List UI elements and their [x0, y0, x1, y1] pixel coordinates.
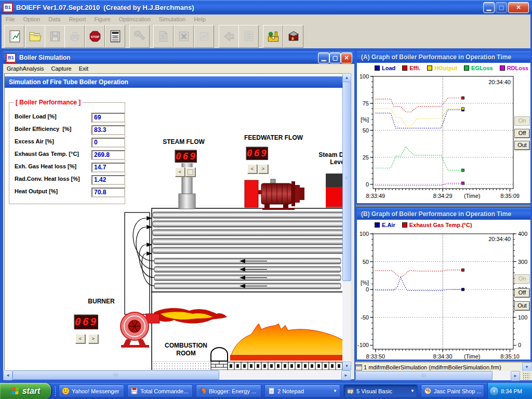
toolbar-button-print[interactable] [64, 25, 85, 48]
wrench-icon [133, 30, 147, 43]
svg-text:100: 100 [518, 314, 527, 321]
drum-level-empty [326, 174, 343, 187]
toolbar-button-wrench[interactable] [129, 25, 150, 48]
perf-label-5: Rad.Conv. Heat loss [%] [15, 176, 80, 182]
menu-item-report[interactable]: Report [64, 16, 90, 22]
sim-close-button[interactable]: ✕ [341, 52, 352, 63]
sim-menu-item-graphanalysis[interactable]: GraphAnalysis [3, 65, 48, 72]
perf-value-0[interactable]: 69 [91, 113, 125, 123]
sim-minimize-button[interactable]: ▁ [318, 52, 329, 63]
toolbar-button-back-arrow[interactable] [219, 25, 239, 48]
graph-a-title: (A) Graph of Boiler Performance in Opera… [361, 54, 511, 61]
window-list-item[interactable]: mdifrmBoilerSimulation (mdifrmBoilerSimu… [368, 364, 521, 370]
taskbar-task-0[interactable]: Yahoo! Messenger [59, 384, 124, 397]
legend-swatch-icon [500, 65, 505, 71]
scroll-up-icon[interactable]: ▲ [342, 73, 351, 82]
sim-maximize-button[interactable]: ▢ [329, 52, 341, 63]
menu-item-help[interactable]: Help [190, 16, 210, 22]
svg-text:8:35:10: 8:35:10 [500, 353, 520, 360]
legend-item: Exhaust Gas Temp.(°C) [402, 222, 472, 228]
scroll-right-icon[interactable]: ► [511, 371, 520, 381]
menu-item-simulation[interactable]: Simulation [155, 16, 190, 22]
toolbar-button-list[interactable] [238, 25, 259, 48]
steam-flow-up-button[interactable] [185, 167, 195, 177]
sim-horizontal-scrollbar[interactable]: ◄ ||| ► [3, 370, 351, 380]
close-button[interactable]: ✕ [508, 2, 529, 13]
perf-value-5[interactable]: 1.42 [91, 175, 125, 185]
scroll-thumb[interactable]: ≡ [342, 82, 351, 281]
svg-text:100: 100 [360, 231, 369, 237]
out-button[interactable]: Out [514, 141, 530, 150]
off-button[interactable]: Off [514, 129, 530, 138]
graph-a-legend: LoadEffi.HOutputEGLossRDLoss [375, 65, 528, 71]
sim-menu-item-capture[interactable]: Capture [48, 65, 75, 72]
toolbar-button-new-chart[interactable] [4, 25, 24, 48]
form-icon [355, 364, 362, 370]
out-button[interactable]: Out [514, 301, 530, 311]
window-list-bar: 1 mdifrmBoilerSimulation (mdifrmBoilerSi… [355, 362, 532, 371]
sim-vertical-scrollbar[interactable]: ▲ ≡ ▼ [342, 73, 351, 369]
scroll-thumb[interactable]: ||| [12, 370, 219, 380]
toolbar-button-stop[interactable]: STOP [85, 25, 105, 48]
sim-canvas: Simulation of Fire Tube Boiler Operation… [4, 73, 343, 370]
resize-grip[interactable] [520, 371, 532, 380]
svg-text:8:34:30: 8:34:30 [433, 353, 453, 360]
perf-value-4[interactable]: 14.7 [91, 163, 125, 172]
back-arrow-icon [222, 30, 236, 43]
graph-b-legend: E.AirExhaust Gas Temp.(°C) [375, 222, 472, 228]
menu-item-figure[interactable]: Figure [90, 16, 114, 22]
mdi-horizontal-scrollbar[interactable]: ||| ► [355, 371, 532, 380]
perf-value-6[interactable]: 70.8 [91, 188, 125, 197]
menu-item-option[interactable]: Option [19, 16, 44, 22]
taskbar-task-4[interactable]: 5 Visual Basic▼ [343, 384, 418, 397]
menu-item-file[interactable]: File [2, 16, 19, 22]
taskbar-task-2[interactable]: Blogger: Energy ... [196, 384, 261, 397]
report-pages-icon [157, 30, 170, 43]
sim-window-title: Boiler Simulation [19, 54, 71, 61]
taskbar-task-5[interactable]: Jasc Paint Shop ... [421, 384, 484, 397]
perf-value-2[interactable]: 0 [91, 138, 125, 148]
legend-label: Exhaust Gas Temp.(°C) [409, 222, 472, 228]
scroll-thumb[interactable]: ||| [355, 371, 493, 380]
taskbar-task-3[interactable]: 2 Notepad▼ [264, 384, 340, 397]
sim-menu-item-exit[interactable]: Exit [75, 65, 92, 72]
toolbar-button-report-pages[interactable] [153, 25, 174, 48]
legend-item: Effi. [402, 65, 420, 71]
scroll-right-icon[interactable]: ► [341, 370, 351, 380]
svg-text:75: 75 [363, 100, 369, 107]
tray-chevron-icon[interactable]: ‹ [490, 387, 498, 395]
task-dropdown-icon[interactable]: ▼ [410, 389, 415, 393]
toolbar-button-save[interactable] [45, 25, 65, 48]
feedwater-up-button[interactable]: > [258, 164, 268, 174]
legend-swatch-icon [375, 65, 380, 71]
toolbar-button-open-folder[interactable] [25, 25, 45, 48]
yahoo-messenger-icon [62, 387, 70, 395]
task-dropdown-icon[interactable]: ▼ [333, 389, 337, 393]
scroll-down-icon[interactable]: ▼ [342, 362, 351, 370]
svg-text:100: 100 [360, 73, 369, 79]
start-button[interactable]: start [0, 383, 51, 399]
taskbar-task-1[interactable]: Total Commande... [127, 384, 193, 397]
toolbar-button-excel[interactable] [174, 25, 194, 48]
perf-label-4: Exh. Gas Heat loss [%] [15, 163, 76, 169]
perf-value-3[interactable]: 269.8 [91, 150, 125, 160]
window-list-dropdown-icon[interactable]: ▼ [522, 363, 531, 371]
toolbar-button-calculator[interactable]: 1245 [105, 25, 125, 48]
toolbar-button-factory[interactable] [263, 25, 283, 48]
perf-value-1[interactable]: 83.3 [91, 125, 125, 135]
off-button[interactable]: Off [514, 288, 530, 298]
menu-item-optimization[interactable]: Optimization [115, 16, 155, 22]
start-label: start [22, 387, 41, 396]
burner-down-button[interactable]: < [75, 334, 85, 343]
feedwater-down-button[interactable]: < [247, 164, 257, 174]
svg-text:-50: -50 [361, 314, 369, 321]
toolbar-button-chart-faint[interactable] [194, 25, 214, 48]
steam-flow-down-button[interactable]: < [175, 167, 185, 177]
menu-item-data[interactable]: Data [44, 16, 64, 22]
maximize-button[interactable]: ▢ [496, 2, 507, 13]
minimize-button[interactable]: ▁ [483, 2, 495, 13]
burner-up-button[interactable]: > [88, 334, 98, 343]
legend-item: Load [375, 65, 395, 71]
scroll-left-icon[interactable]: ◄ [3, 370, 12, 380]
toolbar-button-furnace[interactable] [283, 25, 303, 48]
